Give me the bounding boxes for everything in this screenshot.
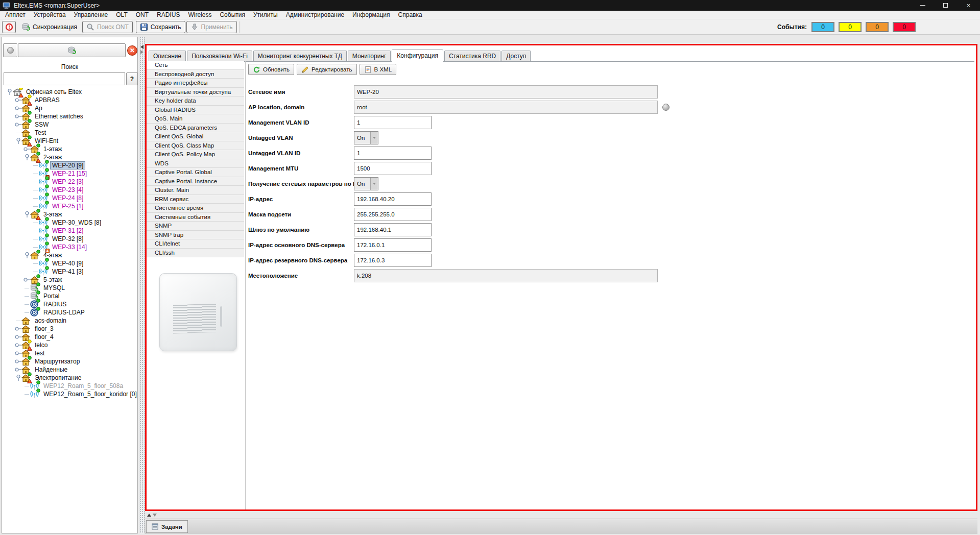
tree-item[interactable]: 4-этаж bbox=[2, 251, 137, 259]
apply-button[interactable]: Применить bbox=[186, 21, 237, 33]
config-section-item[interactable]: SNMP bbox=[147, 222, 244, 231]
config-section-item[interactable]: Системные события bbox=[147, 213, 244, 222]
tree-expander-icon[interactable] bbox=[15, 325, 21, 333]
tree-item[interactable]: WEP-41 [3] bbox=[2, 268, 137, 276]
menu-item-1[interactable]: Апплет bbox=[1, 11, 30, 19]
tree-item-label[interactable]: Ethernet switches bbox=[33, 112, 85, 120]
search-input[interactable] bbox=[4, 72, 125, 85]
tree-item-label[interactable]: WEP-31 [2] bbox=[50, 227, 85, 235]
field-input[interactable] bbox=[354, 147, 432, 160]
tree-item-label[interactable]: WEP-25 [1] bbox=[50, 202, 85, 210]
field-input[interactable] bbox=[354, 162, 432, 175]
tree-expander-icon[interactable] bbox=[23, 153, 30, 161]
tree-item[interactable]: 1-этаж bbox=[2, 145, 137, 153]
field-input[interactable] bbox=[354, 208, 432, 221]
tree-item[interactable]: floor_4 bbox=[2, 333, 137, 341]
field-input[interactable] bbox=[354, 238, 432, 252]
tree-item[interactable]: floor_3 bbox=[2, 325, 137, 333]
tree-item-label[interactable]: telco bbox=[33, 341, 50, 349]
config-section-item[interactable]: Client QoS. Class Map bbox=[147, 141, 244, 151]
tree-expander-icon[interactable] bbox=[6, 88, 13, 96]
tree-item[interactable]: APBRAS bbox=[2, 96, 137, 104]
tree-item[interactable]: WEP-25 [1] bbox=[2, 202, 137, 210]
search-help-button[interactable]: ? bbox=[126, 72, 138, 85]
tree-item[interactable]: 2-этаж bbox=[2, 153, 137, 161]
tree-expander-icon[interactable] bbox=[15, 357, 21, 366]
tree-item[interactable]: WiFi-Ent bbox=[2, 137, 137, 145]
menu-item-11[interactable]: Информация bbox=[348, 11, 394, 19]
minimize-button[interactable] bbox=[911, 0, 934, 11]
menu-item-12[interactable]: Справка bbox=[394, 11, 426, 19]
tree-item-label[interactable]: 1-этаж bbox=[41, 145, 64, 153]
field-input[interactable] bbox=[354, 254, 432, 267]
config-section-item[interactable]: SNMP trap bbox=[147, 231, 244, 240]
config-section-item[interactable]: CLI/telnet bbox=[147, 239, 244, 249]
tree-item[interactable]: 5-этаж bbox=[2, 276, 137, 284]
config-section-item[interactable]: QoS. Main bbox=[147, 114, 244, 124]
tree-expander-icon[interactable] bbox=[15, 120, 21, 129]
tree-item[interactable]: Ap bbox=[2, 104, 137, 112]
events-counter-major[interactable]: 0 bbox=[866, 22, 889, 32]
sync-button[interactable]: Синхронизация bbox=[18, 21, 81, 33]
config-section-item[interactable]: Беспроводной доступ bbox=[147, 70, 244, 79]
tree-item[interactable]: WEP-24 [8] bbox=[2, 194, 137, 202]
field-input[interactable] bbox=[354, 269, 658, 282]
menu-item-10[interactable]: Администрирование bbox=[282, 11, 348, 19]
tree-item[interactable]: Найденные bbox=[2, 366, 137, 374]
tree-item-label[interactable]: MYSQL bbox=[41, 284, 67, 292]
tree-expander-icon[interactable] bbox=[15, 349, 21, 357]
tree-item[interactable]: WEP12_Roam_5_floor_koridor [0] bbox=[2, 390, 137, 398]
tree-item-label[interactable]: Найденные bbox=[33, 366, 69, 374]
tree-collapse-button[interactable]: ✕ bbox=[127, 45, 138, 56]
config-section-item[interactable]: Сеть bbox=[147, 61, 244, 70]
config-section-item[interactable]: Captive Portal. Global bbox=[147, 168, 244, 177]
events-counter-info[interactable]: 0 bbox=[811, 22, 834, 32]
tree-item-label[interactable]: WEP-33 [14] bbox=[50, 243, 89, 251]
alarm-button[interactable] bbox=[2, 21, 16, 33]
field-input[interactable] bbox=[354, 101, 658, 114]
splitter-collapse-right-icon[interactable] bbox=[140, 50, 144, 54]
tree-item[interactable]: RADIUS-LDAP bbox=[2, 308, 137, 317]
vertical-splitter[interactable] bbox=[139, 37, 145, 533]
tree-item[interactable]: WEP-23 [4] bbox=[2, 186, 137, 194]
tree-item[interactable]: WEP-40 [9] bbox=[2, 259, 137, 268]
field-input[interactable] bbox=[354, 192, 432, 206]
edit-button[interactable]: Редактировать bbox=[297, 64, 356, 75]
tree-item-label[interactable]: WEP-41 [3] bbox=[50, 268, 85, 276]
tab-5[interactable]: Конфигурация bbox=[392, 50, 443, 62]
menu-item-2[interactable]: Устройства bbox=[30, 11, 70, 19]
tree-db-sync-button[interactable] bbox=[18, 43, 126, 57]
refresh-button[interactable]: Обновить bbox=[248, 64, 294, 75]
tasks-tab[interactable]: Задачи bbox=[146, 520, 188, 533]
combo-select[interactable]: On bbox=[354, 177, 378, 190]
tree-expander-icon[interactable] bbox=[15, 112, 21, 120]
search-ont-button[interactable]: Поиск ONT bbox=[82, 21, 133, 33]
tab-7[interactable]: Доступ bbox=[501, 51, 531, 61]
menu-item-4[interactable]: OLT bbox=[112, 11, 131, 19]
restore-button[interactable] bbox=[934, 0, 957, 11]
tree-item-label[interactable]: 5-этаж bbox=[41, 276, 64, 284]
config-section-item[interactable]: Виртуальные точки доступа bbox=[147, 88, 244, 97]
field-input[interactable] bbox=[354, 223, 432, 236]
tree-item[interactable]: AWEP-21 [15] bbox=[2, 169, 137, 178]
close-button[interactable]: × bbox=[957, 0, 980, 11]
combo-select[interactable]: On bbox=[354, 131, 378, 144]
splitter-down-icon[interactable] bbox=[153, 514, 157, 517]
tree-expander-icon[interactable] bbox=[15, 137, 21, 145]
tree-item[interactable]: SSW bbox=[2, 120, 137, 129]
tree-item[interactable]: RADIUS bbox=[2, 300, 137, 308]
tree-item-label[interactable]: Маршрутизатор bbox=[33, 357, 82, 366]
config-section-item[interactable]: CLI/ssh bbox=[147, 249, 244, 258]
tree-item-label[interactable]: WEP12_Roam_5_floor_508a bbox=[41, 382, 125, 390]
config-section-item[interactable]: Key holder data bbox=[147, 96, 244, 106]
tree-item-label[interactable]: WEP-40 [9] bbox=[50, 259, 85, 268]
tab-2[interactable]: Пользователи Wi-Fi bbox=[187, 51, 252, 61]
tree-item-label[interactable]: test bbox=[33, 349, 46, 357]
tree-expander-icon[interactable] bbox=[15, 341, 21, 349]
config-section-item[interactable]: Cluster. Main bbox=[147, 186, 244, 195]
tree-item-label[interactable]: WEP-32 [8] bbox=[50, 235, 85, 243]
tree-item[interactable]: WEP-20 [9] bbox=[2, 161, 137, 169]
tree-item[interactable]: Электропитание bbox=[2, 374, 137, 382]
tree-item-label[interactable]: SSW bbox=[33, 120, 51, 129]
config-section-item[interactable]: Радио интерфейсы bbox=[147, 79, 244, 88]
